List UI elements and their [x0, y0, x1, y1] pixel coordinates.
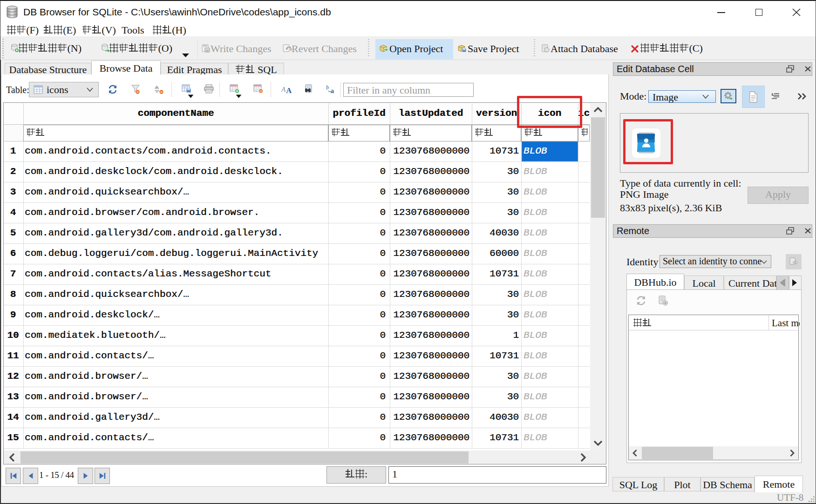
svg-text:A: A — [286, 86, 292, 94]
svg-text:A: A — [281, 86, 286, 93]
svg-text:a: a — [331, 87, 334, 94]
svg-text:b: b — [326, 85, 329, 91]
